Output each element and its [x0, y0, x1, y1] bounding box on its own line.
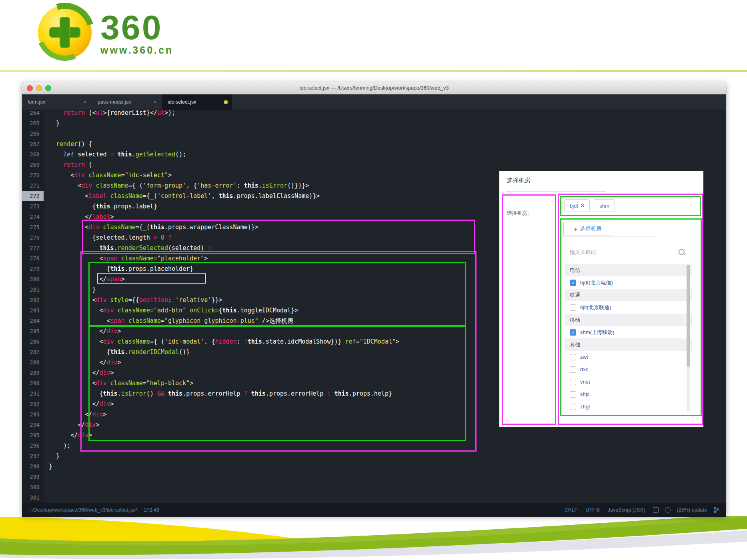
line-number: 275 — [22, 222, 44, 232]
idc-option[interactable]: ✓shm(上海移动) — [565, 326, 692, 338]
line-number: 266 — [22, 128, 44, 139]
360-orb-icon — [38, 6, 92, 59]
slide-page: 360 www.360.cn idc-select.jsx — /Users/f… — [0, 0, 747, 560]
status-segments: CRLFUTF-8JavaScript (JSX) — [565, 507, 647, 513]
line-number: 301 — [22, 492, 44, 503]
code-text: <span className="placeholder"> — [44, 253, 208, 264]
idc-option[interactable]: zwt — [565, 351, 692, 363]
checkbox-unchecked-icon[interactable] — [570, 354, 576, 360]
idc-select-ui-screenshot: 选择机房 选择机房: bjdt×shm + 选择机房 电信✓bjdt(北京电信)… — [499, 171, 703, 427]
line-number: 273 — [22, 201, 44, 212]
line-number: 265 — [22, 118, 44, 128]
sync-icon[interactable] — [665, 507, 671, 513]
add-idc-button[interactable]: + 选择机房 — [563, 222, 612, 236]
idc-tag-chip[interactable]: bjdt× — [564, 199, 590, 212]
modified-dot-icon[interactable] — [224, 100, 228, 104]
idc-option-list: 电信✓bjdt(北京电信)联通bjlt(北京联通)移动✓shm(上海移动)其他z… — [565, 264, 692, 413]
code-text: </div> — [44, 357, 121, 368]
window-titlebar: idc-select.jsx — /Users/fenming/Desktop/… — [22, 82, 726, 94]
360-logo: 360 www.360.cn — [38, 6, 173, 59]
idc-option[interactable]: shjc — [565, 388, 692, 400]
code-text: {this.isError() && this.props.errorHelp … — [44, 388, 392, 399]
line-number: 287 — [22, 347, 44, 357]
idc-option[interactable]: vnet — [565, 376, 692, 388]
code-text: this.renderSelected(selected) : — [44, 243, 211, 253]
scrollbar[interactable] — [687, 265, 690, 412]
plus-icon — [49, 27, 80, 38]
code-text: let selected = this.getSelected(); — [44, 149, 186, 160]
package-icon[interactable] — [653, 507, 659, 513]
editor-tab[interactable]: form.jsx× — [22, 94, 92, 110]
status-segment[interactable]: UTF-8 — [585, 507, 599, 513]
checkbox-checked-icon[interactable]: ✓ — [570, 329, 576, 336]
code-text: </div> — [44, 326, 121, 336]
tab-close-icon[interactable]: × — [152, 99, 158, 105]
status-segment[interactable]: JavaScript (JSX) — [608, 507, 645, 513]
code-line: 298} — [22, 461, 726, 472]
line-number: 276 — [22, 232, 44, 243]
idc-option[interactable]: ✓bjdt(北京电信) — [565, 276, 692, 289]
idc-option-label: vnet — [580, 379, 590, 385]
add-idc-label: 选择机房 — [580, 225, 601, 232]
editor-tab[interactable]: idc-select.jsx — [162, 94, 232, 110]
idc-option[interactable]: dxc — [565, 363, 692, 376]
code-text — [44, 492, 49, 503]
idc-option-label: dxc — [580, 366, 588, 372]
idc-group-header: 电信 — [565, 264, 692, 276]
idc-tag-chip[interactable]: shm — [594, 199, 615, 212]
editor-status-bar: ~/Desktop/workspace/360/web_v3/idc-selec… — [22, 503, 726, 517]
checkbox-unchecked-icon[interactable] — [570, 391, 576, 398]
idc-option-label: zhgt — [580, 404, 590, 410]
remove-tag-icon[interactable]: × — [581, 202, 584, 209]
tab-close-icon[interactable]: × — [82, 99, 88, 105]
selected-idc-chips: bjdt×shm — [564, 199, 615, 212]
line-number: 296 — [22, 440, 44, 451]
code-text — [44, 128, 49, 139]
checkbox-checked-icon[interactable]: ✓ — [570, 280, 576, 286]
code-text — [44, 472, 49, 482]
code-line: 300 — [22, 482, 726, 492]
idc-option[interactable]: bjlt(北京联通) — [565, 301, 692, 314]
status-cursor-position[interactable]: 272:48 — [144, 507, 159, 513]
code-text: </label> — [44, 212, 114, 222]
line-number: 272 — [22, 191, 44, 201]
code-text: } — [44, 118, 60, 128]
code-line: 266 — [22, 128, 726, 139]
scrollbar-thumb[interactable] — [687, 265, 690, 367]
line-number: 291 — [22, 388, 44, 399]
line-number: 277 — [22, 243, 44, 253]
code-text: </span> — [44, 274, 125, 284]
code-line: 264 return (<ul>{renderList}</ul>); — [22, 110, 726, 118]
code-text: render() { — [44, 139, 92, 149]
line-number: 289 — [22, 368, 44, 378]
idc-group-header: 移动 — [565, 314, 692, 326]
checkbox-unchecked-icon[interactable] — [570, 404, 576, 410]
plus-icon — [60, 17, 70, 48]
line-number: 283 — [22, 305, 44, 316]
idc-group-header: 其他 — [565, 338, 692, 351]
checkbox-unchecked-icon[interactable] — [570, 379, 576, 385]
status-segment[interactable]: CRLF — [565, 507, 578, 513]
tab-label: idc-select.jsx — [168, 99, 196, 105]
git-branch-icon[interactable] — [713, 507, 719, 513]
code-text: </div> — [44, 399, 114, 409]
annotation-box-form-label — [502, 194, 556, 425]
code-text: {this.props.placeholder} — [44, 264, 193, 274]
code-line: 269 return ( — [22, 160, 726, 170]
idc-option[interactable]: zhgt — [565, 400, 692, 413]
code-text: </div> — [44, 430, 92, 440]
code-text: </div> — [44, 368, 114, 378]
line-number: 268 — [22, 149, 44, 160]
line-number: 290 — [22, 378, 44, 388]
line-number: 264 — [22, 110, 44, 118]
editor-tab[interactable]: pass-modal.jsx× — [92, 94, 162, 110]
title-divider — [506, 191, 606, 192]
code-text: <div className={_(this.props.wrapperClas… — [44, 222, 258, 232]
search-input[interactable] — [568, 246, 688, 259]
line-number: 295 — [22, 430, 44, 440]
idc-option-label: zwt — [580, 354, 588, 360]
checkbox-unchecked-icon[interactable] — [570, 304, 576, 311]
checkbox-unchecked-icon[interactable] — [570, 366, 576, 373]
line-number: 279 — [22, 264, 44, 274]
line-number: 288 — [22, 357, 44, 368]
